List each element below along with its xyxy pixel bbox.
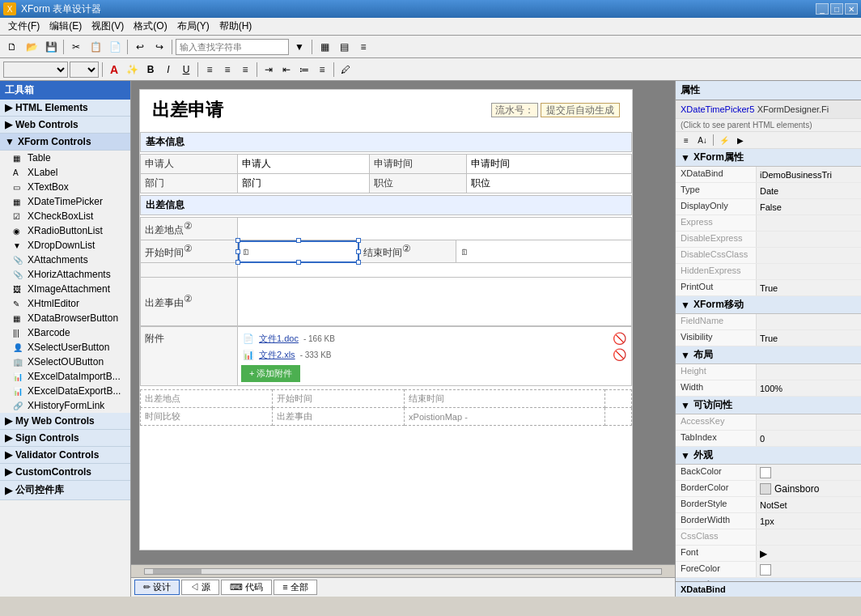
font-name-select[interactable] bbox=[3, 62, 68, 78]
horizontal-scrollbar[interactable] bbox=[131, 564, 675, 577]
group-sign-header[interactable]: ▶ Sign Controls bbox=[0, 430, 130, 447]
input-destination[interactable] bbox=[238, 218, 632, 240]
tab-all[interactable]: ≡ 全部 bbox=[274, 580, 316, 595]
props-value-bordercolor[interactable]: Gainsboro bbox=[757, 481, 861, 496]
props-section-xform-header[interactable]: ▼ XForm属性 bbox=[676, 149, 861, 167]
tab-code[interactable]: ⌨ 代码 bbox=[221, 580, 272, 595]
list-ul-button[interactable]: ≡ bbox=[314, 62, 330, 78]
align-left-button[interactable]: ≡ bbox=[201, 62, 218, 78]
sidebar-item-xdropdownlist[interactable]: ▼ XDropDownList bbox=[0, 238, 130, 253]
group-mywebcontrols-header[interactable]: ▶ My Web Controls bbox=[0, 413, 130, 430]
sidebar-item-xlabel[interactable]: A XLabel bbox=[0, 165, 130, 180]
minimize-button[interactable]: _ bbox=[816, 3, 829, 15]
list-view-button[interactable]: ≡ bbox=[354, 38, 372, 56]
bottom-cell-time-compare[interactable]: 时间比较 bbox=[141, 408, 273, 426]
close-button[interactable]: ✕ bbox=[845, 3, 858, 15]
sidebar-item-xexceldataexport[interactable]: 📊 XExcelDataExportB... bbox=[0, 384, 130, 398]
scroll-track[interactable] bbox=[144, 568, 662, 575]
scroll-thumb[interactable] bbox=[153, 569, 201, 574]
grid-view-button[interactable]: ▦ bbox=[316, 38, 333, 56]
sidebar-item-xcheckboxlist[interactable]: ☑ XCheckBoxList bbox=[0, 209, 130, 223]
redo-button[interactable]: ↪ bbox=[151, 38, 168, 56]
align-right-button[interactable]: ≡ bbox=[237, 62, 253, 78]
bottom-cell-end-time[interactable]: 结束时间 bbox=[405, 390, 605, 408]
menu-file[interactable]: 文件(F) bbox=[3, 18, 45, 35]
menu-edit[interactable]: 编辑(E) bbox=[45, 18, 87, 35]
bottom-cell-start-time[interactable]: 开始时间 bbox=[273, 390, 405, 408]
props-categories-button[interactable]: ≡ bbox=[679, 134, 693, 147]
align-center-button[interactable]: ≡ bbox=[219, 62, 235, 78]
props-value-type[interactable]: Date bbox=[757, 183, 861, 198]
menu-help[interactable]: 帮助(H) bbox=[214, 18, 257, 35]
props-value-disableexpress[interactable] bbox=[757, 232, 861, 247]
tab-source[interactable]: ◁ 源 bbox=[181, 580, 219, 595]
sidebar-item-xdatetimepicker[interactable]: ▦ XDateTimePicker bbox=[0, 194, 130, 209]
sidebar-item-xhistoryformlink[interactable]: 🔗 XHistoryFormLink bbox=[0, 398, 130, 413]
new-button[interactable]: 🗋 bbox=[3, 38, 21, 56]
props-value-width[interactable]: 100% bbox=[757, 380, 861, 396]
props-section-layout-header[interactable]: ▼ 布局 bbox=[676, 346, 861, 364]
bold-button[interactable]: B bbox=[142, 62, 159, 78]
props-value-backcolor[interactable] bbox=[757, 465, 861, 480]
props-value-forecolor[interactable] bbox=[757, 562, 861, 577]
props-value-font[interactable]: ▶ bbox=[757, 546, 861, 561]
group-custom-header[interactable]: ▶ CustomControls bbox=[0, 464, 130, 481]
props-value-borderstyle[interactable]: NotSet bbox=[757, 497, 861, 512]
bottom-cell-map[interactable]: xPoistionMap - bbox=[405, 408, 605, 426]
props-events-button[interactable]: ⚡ bbox=[717, 134, 732, 147]
props-section-accessibility-header[interactable]: ▼ 可访问性 bbox=[676, 397, 861, 414]
menu-view[interactable]: 视图(V) bbox=[87, 18, 129, 35]
sidebar-item-xhtmleditor[interactable]: ✎ XHtmlEditor bbox=[0, 296, 130, 311]
group-validator-header[interactable]: ▶ Validator Controls bbox=[0, 447, 130, 464]
sidebar-item-xtextbox[interactable]: ▭ XTextBox bbox=[0, 180, 130, 194]
props-value-fieldname[interactable] bbox=[757, 314, 861, 329]
sidebar-item-xexceldataimport[interactable]: 📊 XExcelDataImportB... bbox=[0, 369, 130, 384]
sidebar-item-table[interactable]: ▦ Table bbox=[0, 151, 130, 165]
format-bold-icon-button[interactable]: ✨ bbox=[124, 62, 141, 78]
group-company-header[interactable]: ▶ 公司控件库 bbox=[0, 481, 130, 500]
italic-button[interactable]: I bbox=[160, 62, 176, 78]
props-value-visibility[interactable]: True bbox=[757, 330, 861, 346]
sidebar-item-xdatabrowserbutton[interactable]: ▦ XDataBrowserButton bbox=[0, 311, 130, 325]
menu-format[interactable]: 格式(O) bbox=[129, 18, 172, 35]
props-alpha-button[interactable]: A↓ bbox=[695, 134, 710, 147]
props-value-xdatabind[interactable]: iDemoBusinessTri bbox=[757, 167, 861, 182]
canvas-wrapper[interactable]: 出差申请 流水号： 提交后自动生成 基本信息 申请人 申请人 申请时间 申请时间 bbox=[131, 81, 675, 564]
font-expand-icon[interactable]: ▶ bbox=[760, 548, 767, 559]
props-value-tabindex[interactable]: 0 bbox=[757, 431, 861, 446]
sidebar-item-xattachments[interactable]: 📎 XAttachments bbox=[0, 253, 130, 267]
props-section-appearance-header[interactable]: ▼ 外观 bbox=[676, 447, 861, 465]
add-attachment-button[interactable]: + 添加附件 bbox=[241, 365, 300, 382]
open-button[interactable]: 📂 bbox=[23, 38, 40, 56]
save-button[interactable]: 💾 bbox=[42, 38, 60, 56]
props-value-express[interactable] bbox=[757, 215, 861, 231]
file2-delete-button[interactable]: 🚫 bbox=[613, 348, 626, 361]
table-view-button[interactable]: ▤ bbox=[335, 38, 353, 56]
input-position[interactable]: 职位 bbox=[466, 174, 631, 193]
form-canvas[interactable]: 出差申请 流水号： 提交后自动生成 基本信息 申请人 申请人 申请时间 申请时间 bbox=[139, 89, 633, 550]
file1-name[interactable]: 文件1.doc bbox=[259, 333, 299, 345]
input-end-time[interactable]: 🗓 bbox=[456, 240, 632, 263]
props-value-disablecssclass[interactable] bbox=[757, 248, 861, 263]
sidebar-item-xhorizattachments[interactable]: 📎 XHorizAttachments bbox=[0, 267, 130, 282]
sidebar-item-xradiobuttonlist[interactable]: ◉ XRadioButtonList bbox=[0, 223, 130, 238]
indent-button[interactable]: ⇥ bbox=[261, 62, 277, 78]
format-A-button[interactable]: A bbox=[106, 62, 122, 78]
props-value-height[interactable] bbox=[757, 364, 861, 380]
sidebar-item-xselectuserbutton[interactable]: 👤 XSelectUserButton bbox=[0, 340, 130, 355]
watermark-value[interactable]: 提交后自动生成 bbox=[541, 103, 620, 117]
group-xform-header[interactable]: ▼ XForm Controls bbox=[0, 134, 130, 151]
sidebar-item-ximageattachment[interactable]: 🖼 XImageAttachment bbox=[0, 282, 130, 296]
search-button[interactable]: ▼ bbox=[291, 38, 308, 56]
search-input[interactable] bbox=[176, 39, 289, 55]
bottom-cell-reason[interactable]: 出差事由 bbox=[273, 408, 405, 426]
props-value-displayonly[interactable]: False bbox=[757, 199, 861, 215]
group-html-header[interactable]: ▶ HTML Elements bbox=[0, 100, 130, 117]
props-value-accesskey[interactable] bbox=[757, 414, 861, 430]
input-applicant[interactable]: 申请人 bbox=[238, 155, 370, 174]
props-more-button[interactable]: ▶ bbox=[733, 134, 748, 147]
input-apply-time[interactable]: 申请时间 bbox=[466, 155, 631, 174]
list-ol-button[interactable]: ≔ bbox=[296, 62, 312, 78]
cut-button[interactable]: ✂ bbox=[67, 38, 85, 56]
file2-name[interactable]: 文件2.xls bbox=[259, 349, 295, 361]
